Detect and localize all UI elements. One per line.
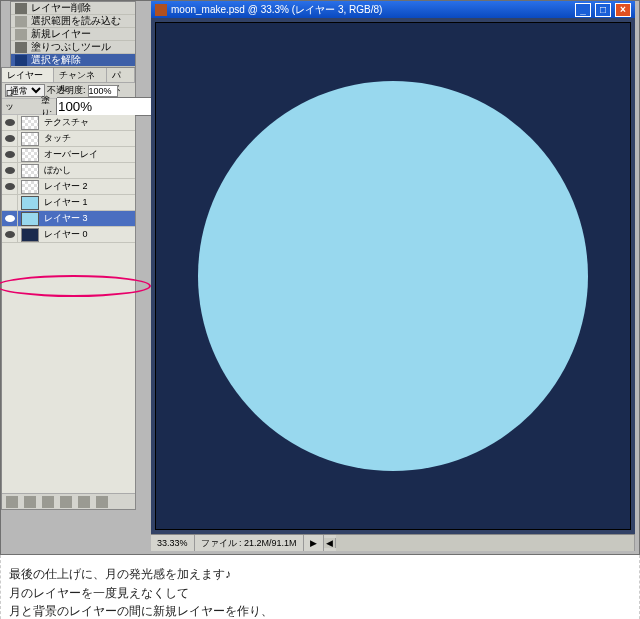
maximize-button[interactable]: □ xyxy=(595,3,611,17)
canvas-area[interactable] xyxy=(151,18,635,534)
layer-row[interactable]: レイヤー 2 xyxy=(2,179,135,195)
layer-thumb xyxy=(21,228,39,242)
layer-name: オーバーレイ xyxy=(42,148,135,161)
menu-item-selected[interactable]: 選択を解除 xyxy=(11,54,135,67)
titlebar[interactable]: moon_make.psd @ 33.3% (レイヤー 3, RGB/8) _ … xyxy=(151,1,635,18)
action-icon xyxy=(15,16,27,27)
visibility-toggle[interactable] xyxy=(2,163,18,179)
visibility-toggle[interactable] xyxy=(2,227,18,243)
layers-panel: レイヤー × チャンネル パス 通常 不透明度: ロック: 塗り: テクスチャ … xyxy=(1,67,136,510)
lock-row: ロック: 塗り: xyxy=(2,99,135,115)
layer-thumb xyxy=(21,116,39,130)
layer-row[interactable]: オーバーレイ xyxy=(2,147,135,163)
layer-row-selected[interactable]: レイヤー 3 xyxy=(2,211,135,227)
layer-row[interactable]: タッチ xyxy=(2,131,135,147)
new-layer-icon[interactable] xyxy=(78,496,90,508)
statusbar: 33.33% ファイル : 21.2M/91.1M ▶ ◀ xyxy=(151,534,635,551)
link-icon[interactable] xyxy=(6,496,18,508)
tab-channels[interactable]: チャンネル xyxy=(54,68,107,82)
tab-layers[interactable]: レイヤー × xyxy=(2,68,54,82)
document-icon xyxy=(155,4,167,16)
document-window: moon_make.psd @ 33.3% (レイヤー 3, RGB/8) _ … xyxy=(151,1,635,551)
layer-thumb xyxy=(21,212,39,226)
panel-tabs: レイヤー × チャンネル パス xyxy=(2,68,135,83)
layer-thumb xyxy=(21,164,39,178)
opacity-label: 不透明度: xyxy=(47,84,86,97)
visibility-toggle[interactable] xyxy=(2,131,18,147)
menu-label: 塗りつぶしツール xyxy=(31,40,111,54)
action-icon xyxy=(15,42,27,53)
menu-label: レイヤー削除 xyxy=(31,1,91,15)
layers-footer xyxy=(2,493,135,509)
moon-circle xyxy=(198,81,588,471)
layer-list: テクスチャ タッチ オーバーレイ ぼかし レイヤー 2 レイヤー 1 レイヤー … xyxy=(2,115,135,509)
action-history-panel: レイヤー削除 選択範囲を読み込む 新規レイヤー 塗りつぶしツール 選択を解除 xyxy=(10,1,136,68)
layer-name: タッチ xyxy=(42,132,135,145)
visibility-toggle[interactable] xyxy=(2,195,18,211)
layer-row[interactable]: レイヤー 1 xyxy=(2,195,135,211)
visibility-toggle[interactable] xyxy=(2,179,18,195)
layer-name: レイヤー 0 xyxy=(42,228,135,241)
visibility-toggle[interactable] xyxy=(2,115,18,131)
app-root: レイヤー削除 選択範囲を読み込む 新規レイヤー 塗りつぶしツール 選択を解除 レ… xyxy=(0,0,640,555)
layer-name: レイヤー 3 xyxy=(42,212,135,225)
action-icon xyxy=(15,3,27,14)
layer-name: ぼかし xyxy=(42,164,135,177)
layer-row[interactable]: テクスチャ xyxy=(2,115,135,131)
action-icon xyxy=(15,55,27,66)
menu-label: 新規レイヤー xyxy=(31,27,91,41)
layer-name: レイヤー 2 xyxy=(42,180,135,193)
caption-line: 最後の仕上げに、月の発光感を加えます♪ xyxy=(9,565,631,584)
tab-paths[interactable]: パス xyxy=(107,68,135,82)
caption-line: 月と背景のレイヤーの間に新規レイヤーを作り、 xyxy=(9,602,631,619)
layer-thumb xyxy=(21,196,39,210)
opacity-input[interactable] xyxy=(88,85,118,97)
layer-row[interactable]: ぼかし xyxy=(2,163,135,179)
caption-line: 月のレイヤーを一度見えなくして xyxy=(9,584,631,603)
folder-icon[interactable] xyxy=(60,496,72,508)
canvas-background xyxy=(155,22,631,530)
visibility-toggle[interactable] xyxy=(2,211,18,227)
layer-name: レイヤー 1 xyxy=(42,196,135,209)
layer-thumb xyxy=(21,132,39,146)
status-chevron-icon[interactable]: ▶ xyxy=(304,535,324,551)
layer-name: テクスチャ xyxy=(42,116,135,129)
fx-icon[interactable] xyxy=(24,496,36,508)
layer-thumb xyxy=(21,180,39,194)
menu-label: 選択を解除 xyxy=(31,53,81,67)
tutorial-caption: 最後の仕上げに、月の発光感を加えます♪ 月のレイヤーを一度見えなくして 月と背景… xyxy=(0,555,640,619)
tutorial-highlight-ring xyxy=(0,275,151,297)
trash-icon[interactable] xyxy=(96,496,108,508)
action-icon xyxy=(15,29,27,40)
mask-icon[interactable] xyxy=(42,496,54,508)
document-title: moon_make.psd @ 33.3% (レイヤー 3, RGB/8) xyxy=(171,3,382,17)
zoom-level[interactable]: 33.33% xyxy=(151,535,195,551)
layer-thumb xyxy=(21,148,39,162)
scroll-left-button[interactable]: ◀ xyxy=(324,538,336,548)
close-button[interactable]: × xyxy=(615,3,631,17)
layer-row[interactable]: レイヤー 0 xyxy=(2,227,135,243)
menu-label: 選択範囲を読み込む xyxy=(31,14,121,28)
minimize-button[interactable]: _ xyxy=(575,3,591,17)
filesize-info: ファイル : 21.2M/91.1M xyxy=(195,535,304,551)
horizontal-scrollbar[interactable] xyxy=(336,535,635,551)
visibility-toggle[interactable] xyxy=(2,147,18,163)
